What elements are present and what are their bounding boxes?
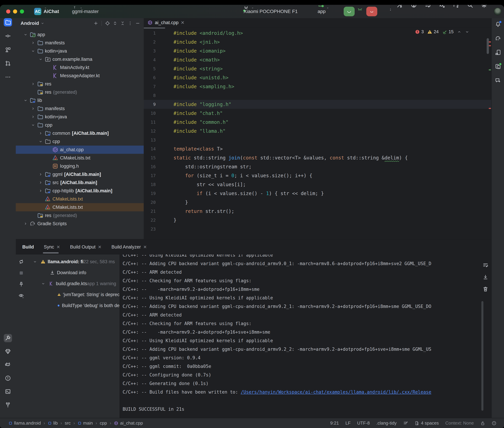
tree-item-ai-chat-cpp[interactable]: ai_chat.cpp [16,146,144,154]
tree-chevron-icon[interactable] [31,82,35,86]
tree-chevron-icon[interactable] [31,115,35,119]
breadcrumb-llama-android[interactable]: llama.android [9,420,41,426]
tree-item-manifests[interactable]: manifests [16,39,144,47]
change-stripe-mark[interactable] [489,69,491,70]
tree-chevron-icon[interactable] [33,260,37,264]
sync-tree-row[interactable]: build.gradle.kts app 1 warning [30,278,120,289]
tree-item-cpp-httplib[interactable]: cpp-httplib[AiChat.lib.main] [16,187,144,195]
editor-scrollbar[interactable] [487,38,489,54]
status-clang-tidy[interactable]: .clang-tidy [376,420,397,426]
tree-chevron-icon[interactable] [39,189,43,193]
build-tab-build-output[interactable]: Build Output✕ [70,239,102,255]
tree-chevron-icon[interactable] [31,49,35,53]
tree-item-com-example-llama[interactable]: com.example.llama [16,55,144,63]
tree-chevron-icon[interactable] [39,140,43,144]
tree-chevron-icon[interactable] [31,123,35,127]
code-line-4[interactable]: 4#include <cmath> [144,55,491,64]
inspections-widget[interactable]: 32415 [415,29,469,34]
tree-item-common[interactable]: common[AiChat.lib.main] [16,129,144,137]
code-line-22[interactable]: 22} [144,216,491,224]
device-selector[interactable]: Xiaomi POCOPHONE F1 [244,9,255,14]
tree-chevron-icon[interactable] [24,33,28,37]
tree-item-manifests[interactable]: manifests [16,105,144,113]
status-inspection-highlight[interactable] [492,421,496,426]
add-icon[interactable] [93,21,98,26]
code-line-15[interactable]: 15static std::string join(const std::vec… [144,153,491,162]
code-line-5[interactable]: 5#include <string> [144,64,491,73]
breadcrumb-main[interactable]: main [78,420,93,426]
tree-item-logging-h[interactable]: logging.h [16,162,144,170]
build-tab-build-analyzer[interactable]: Build Analyzer✕ [111,239,147,255]
branch-switcher[interactable]: ggml-master [72,9,83,14]
code-line-6[interactable]: 6#include <unistd.h> [144,73,491,82]
tree-chevron-icon[interactable] [39,57,43,61]
code-line-2[interactable]: 2#include <jni.h> [144,38,491,46]
build-hammer-icon[interactable] [396,5,403,11]
problems-tool[interactable] [4,374,12,382]
device-manager-tool[interactable] [494,48,502,57]
breadcrumb-src[interactable]: src [65,420,71,426]
tree-item-res[interactable]: res [16,80,144,88]
trash-button[interactable] [482,286,489,293]
commit-tool[interactable] [4,32,12,40]
refresh-button[interactable] [18,258,25,265]
project-tool[interactable] [4,18,12,26]
next-problem-icon[interactable] [465,30,469,34]
pull-requests-tool[interactable] [4,59,12,67]
settings-icon[interactable] [481,5,487,11]
status-file-encoding[interactable]: UTF-8 [357,420,370,426]
build-log[interactable]: C/C++: -- Using KleidiAI optimized kerne… [120,255,491,418]
errors-count[interactable]: 3 [415,29,424,34]
breadcrumb-cpp[interactable]: cpp [100,420,107,426]
tree-chevron-icon[interactable] [24,98,28,102]
log-file-link[interactable]: /Users/hanyin/Workspace/ai-chat/examples… [241,389,431,395]
search-everywhere-icon[interactable] [467,5,473,11]
gemini-tool[interactable] [494,76,502,85]
gradle-sync-icon[interactable] [453,5,459,11]
resource-manager-tool[interactable] [4,46,12,54]
code-line-17[interactable]: 17 for (size_t i = 0; i < values.size();… [144,171,491,180]
task-list-icon[interactable] [425,5,431,11]
code-line-3[interactable]: 3#include <iomanip> [144,46,491,55]
app-quality-insights-tool[interactable] [4,347,12,355]
rerun-button[interactable] [344,7,355,16]
tree-chevron-icon[interactable] [39,181,43,185]
tree-item-cpp[interactable]: cpp [16,137,144,146]
code-line-14[interactable]: 14template<class T> [144,144,491,153]
running-devices-tool[interactable] [494,62,502,71]
hide-panel-icon[interactable] [135,21,140,26]
project-switcher[interactable]: AiChat [43,10,47,13]
project-options-icon[interactable] [128,21,133,26]
close-tab-icon[interactable]: ✕ [143,245,147,249]
error-stripe-mark[interactable] [489,108,491,109]
sync-tree-row[interactable]: llama.android: fi 22 sec, 583 ms [30,256,120,267]
status-caret-position[interactable]: 9:21 [330,420,339,426]
code-line-8[interactable]: 8 [144,91,491,100]
close-window-button[interactable] [6,9,10,14]
tree-item-gradle-scripts[interactable]: Gradle Scripts [16,220,144,228]
close-tab-icon[interactable]: ✕ [181,20,185,25]
tree-chevron-icon[interactable] [31,41,35,45]
tree-item-app[interactable]: app [16,31,144,39]
tree-item-cmakelists-txt[interactable]: CMakeLists.txt [16,203,144,211]
tree-chevron-icon[interactable] [31,107,35,111]
code-line-9[interactable]: 9#include "logging.h" [144,100,491,109]
passed-count[interactable]: 15 [442,29,453,34]
breadcrumb-lib[interactable]: lib [48,420,58,426]
previous-problem-icon[interactable] [457,30,461,34]
eye-button[interactable] [18,292,25,299]
stop-button[interactable] [366,7,377,16]
graysq-button[interactable] [18,270,25,276]
tree-item-res[interactable]: res(generated) [16,211,144,220]
error-stripe-mark[interactable] [489,41,491,42]
gradle-tool[interactable] [494,34,502,42]
attach-debugger-icon[interactable] [439,5,445,11]
logcat-tool[interactable] [4,361,12,369]
status-indent-size[interactable]: 4 spaces [414,420,439,426]
tree-chevron-icon[interactable] [24,222,28,226]
soft-wrap-button[interactable] [482,262,489,269]
code-line-12[interactable]: 12#include "llama.h" [144,127,491,135]
terminal-tool[interactable] [4,387,12,396]
tree-item-cmakelists-txt[interactable]: CMakeLists.txt [16,154,144,162]
tree-chevron-icon[interactable] [39,172,43,176]
